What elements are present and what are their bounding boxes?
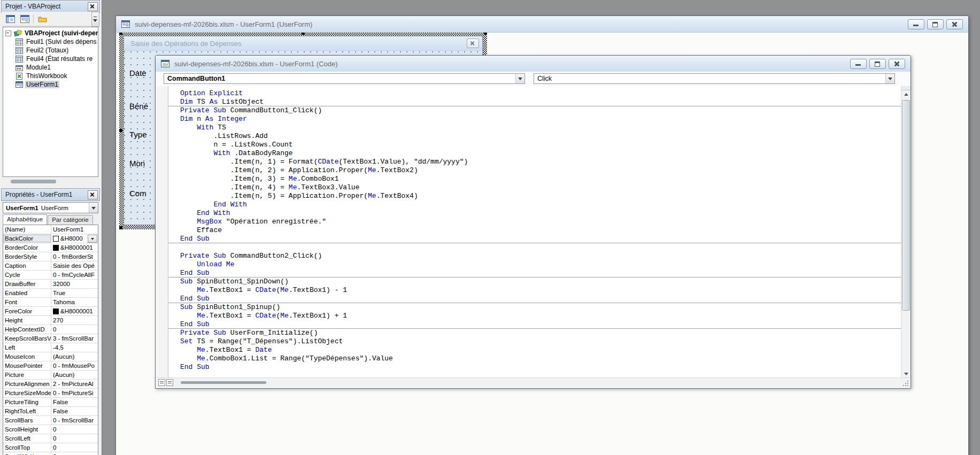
view-code-button[interactable] bbox=[4, 13, 16, 24]
code-line[interactable]: .Item(n, 3) = Me.ComboBox1 bbox=[156, 175, 901, 183]
property-row[interactable]: Font Tahoma bbox=[3, 298, 98, 307]
userform-close-icon[interactable] bbox=[467, 38, 479, 48]
scroll-up-icon[interactable] bbox=[901, 90, 910, 98]
code-line[interactable]: Private Sub CommandButton1_Click() bbox=[156, 106, 901, 115]
code-line[interactable]: Dim TS As ListObject bbox=[156, 98, 901, 106]
property-name[interactable]: Caption bbox=[3, 261, 51, 270]
tree-item-label[interactable]: UserForm1 bbox=[25, 81, 59, 88]
property-value[interactable]: 0 bbox=[51, 443, 98, 452]
property-row[interactable]: ForeColor &H8000001 bbox=[3, 307, 98, 316]
designer-titlebar[interactable]: suivi-depenses-mf-2026bis.xlsm - UserFor… bbox=[116, 16, 968, 33]
property-value[interactable]: True bbox=[51, 289, 98, 297]
object-dropdown[interactable]: CommandButton1 bbox=[164, 73, 525, 84]
code-line[interactable]: .ListRows.Add bbox=[156, 132, 901, 141]
property-name[interactable]: (Name) bbox=[3, 225, 51, 234]
scroll-down-icon[interactable] bbox=[901, 369, 910, 378]
toggle-folders-button[interactable] bbox=[36, 13, 48, 24]
property-value[interactable]: &H8000 bbox=[51, 234, 98, 243]
code-line[interactable]: Private Sub UserForm_Initialize() bbox=[156, 329, 901, 337]
value-dropdown-button[interactable] bbox=[88, 235, 97, 243]
tree-item[interactable]: ThisWorkbook bbox=[3, 72, 98, 80]
tab-alphabetic[interactable]: Alphabétique bbox=[3, 214, 47, 225]
property-value[interactable]: UserForm1 bbox=[51, 225, 98, 234]
property-value[interactable]: &H8000001 bbox=[51, 307, 98, 315]
property-row[interactable]: Caption Saisie des Opé bbox=[3, 261, 98, 271]
code-line[interactable]: End Sub bbox=[156, 363, 901, 372]
property-row[interactable]: Cycle 0 - fmCycleAllF bbox=[3, 271, 98, 280]
code-line[interactable]: With TS bbox=[156, 124, 901, 132]
property-name[interactable]: PictureSizeMode bbox=[3, 389, 51, 397]
tree-item-label[interactable]: ThisWorkbook bbox=[25, 72, 68, 80]
property-value[interactable]: 0 bbox=[51, 325, 98, 334]
code-line[interactable]: Me.TextBox1 = CDate(Me.TextBox1) - 1 bbox=[156, 286, 901, 295]
code-line[interactable]: Me.TextBox1 = Date bbox=[156, 346, 901, 354]
property-row[interactable]: ScrollWidth 0 bbox=[3, 452, 98, 455]
property-row[interactable]: HelpContextID 0 bbox=[3, 325, 98, 334]
code-line[interactable]: End Sub bbox=[156, 235, 901, 243]
property-value[interactable]: &H8000001 bbox=[51, 243, 98, 252]
code-text[interactable]: Option ExplicitDim TS As ListObjectPriva… bbox=[156, 89, 901, 372]
horizontal-scroll-thumb[interactable] bbox=[181, 381, 266, 384]
code-line[interactable]: Me.TextBox1 = CDate(Me.TextBox1) + 1 bbox=[156, 312, 901, 320]
code-line[interactable]: Unload Me bbox=[156, 260, 901, 269]
property-name[interactable]: PictureAlignmen bbox=[3, 380, 51, 388]
code-line[interactable]: n = .ListRows.Count bbox=[156, 141, 901, 149]
property-value[interactable]: (Aucun) bbox=[51, 371, 98, 379]
code-line[interactable]: Efface bbox=[156, 226, 901, 235]
selection-handle[interactable] bbox=[484, 33, 487, 35]
view-object-button[interactable] bbox=[19, 13, 30, 24]
property-name[interactable]: DrawBuffer bbox=[3, 280, 51, 288]
selection-handle[interactable] bbox=[119, 226, 122, 229]
project-tree[interactable]: VBAProject (suivi-deper Feuil1 (Suivi de… bbox=[3, 27, 98, 177]
property-name[interactable]: Height bbox=[3, 316, 51, 325]
project-panel-titlebar[interactable]: Projet - VBAProject bbox=[1, 0, 100, 13]
property-value[interactable]: 3 - fmScrollBar bbox=[51, 334, 98, 343]
property-value[interactable]: 0 - fmBorderSt bbox=[51, 252, 98, 261]
tree-item-label[interactable]: Feuil2 (Totaux) bbox=[25, 47, 70, 54]
chevron-down-icon[interactable] bbox=[89, 203, 98, 213]
tree-item[interactable]: Feuil2 (Totaux) bbox=[3, 46, 98, 55]
property-row[interactable]: ScrollBars 0 - fmScrollBar bbox=[3, 416, 98, 425]
property-value[interactable]: False bbox=[51, 407, 98, 415]
property-row[interactable]: (Name) UserForm1 bbox=[3, 225, 98, 234]
code-line[interactable]: .Item(n, 2) = Application.Proper(Me.Text… bbox=[156, 166, 901, 175]
code-line[interactable]: End Sub bbox=[156, 320, 901, 329]
code-line[interactable]: .Item(n, 5) = Application.Proper(Me.Text… bbox=[156, 192, 901, 200]
property-row[interactable]: RightToLeft False bbox=[3, 407, 98, 416]
property-grid[interactable]: (Name) UserForm1 BackColor &H8000 Border… bbox=[3, 225, 98, 455]
property-value[interactable]: Saisie des Opé bbox=[51, 261, 98, 270]
property-name[interactable]: Left bbox=[3, 343, 51, 352]
tree-item-label[interactable]: Feuil4 (État résultats re bbox=[25, 55, 94, 63]
property-row[interactable]: PictureAlignmen 2 - fmPictureAl bbox=[3, 380, 98, 389]
properties-panel-titlebar[interactable]: Propriétés - UserForm1 bbox=[1, 188, 100, 201]
property-row[interactable]: MouseIcon (Aucun) bbox=[3, 352, 98, 361]
property-name[interactable]: ScrollLeft bbox=[3, 434, 51, 443]
vertical-scrollbar[interactable] bbox=[901, 86, 910, 378]
property-name[interactable]: ScrollHeight bbox=[3, 425, 51, 434]
properties-panel-close-button[interactable] bbox=[88, 190, 98, 199]
property-row[interactable]: PictureSizeMode 0 - fmPictureSi bbox=[3, 389, 98, 398]
property-row[interactable]: Left -4,5 bbox=[3, 343, 98, 352]
property-row[interactable]: MousePointer 0 - fmMousePo bbox=[3, 361, 98, 371]
code-line[interactable]: .Item(n, 1) = Format(CDate(TextBox1.Valu… bbox=[156, 158, 901, 166]
project-panel-close-button[interactable] bbox=[88, 2, 98, 11]
code-minimize-button[interactable] bbox=[850, 59, 867, 69]
code-line[interactable]: Private Sub CommandButton2_Click() bbox=[156, 252, 901, 260]
property-row[interactable]: BorderStyle 0 - fmBorderSt bbox=[3, 252, 98, 261]
property-name[interactable]: ScrollWidth bbox=[3, 452, 51, 455]
event-dropdown[interactable]: Click bbox=[534, 73, 895, 84]
tree-scroll-thumb[interactable] bbox=[11, 180, 56, 183]
userform-caption-bar[interactable]: Saisie des Opérations de Dépenses bbox=[124, 36, 482, 51]
property-name[interactable]: RightToLeft bbox=[3, 407, 51, 415]
code-window[interactable]: suivi-depenses-mf-2026bis.xlsm - UserFor… bbox=[155, 55, 911, 389]
code-line[interactable]: End Sub bbox=[156, 295, 901, 303]
tree-item[interactable]: VBAProject (suivi-deper bbox=[3, 29, 98, 37]
full-module-view-button[interactable] bbox=[166, 379, 173, 386]
property-name[interactable]: ScrollTop bbox=[3, 443, 51, 452]
code-titlebar[interactable]: suivi-depenses-mf-2026bis.xlsm - UserFor… bbox=[156, 56, 910, 72]
code-line[interactable]: Sub SpinButton1_Spinup() bbox=[156, 303, 901, 312]
code-line[interactable]: Dim n As Integer bbox=[156, 115, 901, 124]
code-line[interactable]: Me.ComboBox1.List = Range("TypeDépenses"… bbox=[156, 354, 901, 363]
tree-item-label[interactable]: Feuil1 (Suivi des dépens bbox=[25, 38, 97, 45]
designer-close-button[interactable] bbox=[946, 19, 963, 29]
